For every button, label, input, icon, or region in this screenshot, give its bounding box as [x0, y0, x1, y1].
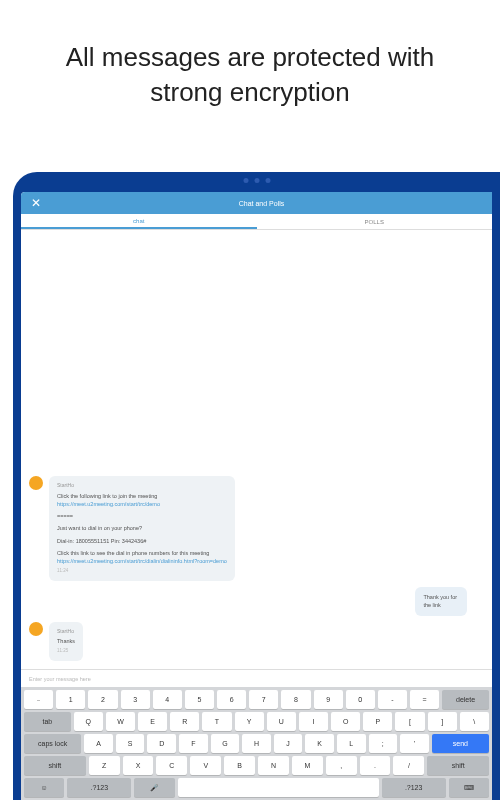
key[interactable]: D	[147, 734, 176, 753]
key[interactable]: H	[242, 734, 271, 753]
keyboard: ~ 1 2 3 4 5 6 7 8 9 0 - = delete tab Q W…	[21, 687, 492, 800]
sender-name: StartHo	[57, 628, 75, 636]
key[interactable]: ]	[428, 712, 457, 731]
msg-text: Dial-in: 18005551151 Pin: 3442436#	[57, 537, 227, 545]
key-shift[interactable]: shift	[24, 756, 86, 775]
close-icon[interactable]: ✕	[31, 196, 41, 210]
msg-text: Click the following link to join the mee…	[57, 492, 227, 500]
key[interactable]: L	[337, 734, 366, 753]
tab-bar: chat POLLS	[21, 214, 492, 230]
key[interactable]: W	[106, 712, 135, 731]
message-incoming: StartHo Click the following link to join…	[29, 476, 484, 581]
key[interactable]: E	[138, 712, 167, 731]
key[interactable]: Y	[235, 712, 264, 731]
msg-text: Click this link to see the dial in phone…	[57, 549, 227, 557]
key[interactable]: '	[400, 734, 429, 753]
header-title: Chat and Polls	[41, 200, 482, 207]
key[interactable]: C	[156, 756, 187, 775]
key[interactable]: [	[395, 712, 424, 731]
key[interactable]: F	[179, 734, 208, 753]
key-emoji[interactable]: ☺	[24, 778, 64, 797]
key[interactable]: P	[363, 712, 392, 731]
key[interactable]: O	[331, 712, 360, 731]
key-caps[interactable]: caps lock	[24, 734, 81, 753]
key[interactable]: 4	[153, 690, 182, 709]
key[interactable]: ~	[24, 690, 53, 709]
key[interactable]: 8	[281, 690, 310, 709]
message-incoming: StartHo Thanks 11:25	[29, 622, 484, 662]
avatar	[29, 622, 43, 636]
key[interactable]: 0	[346, 690, 375, 709]
key[interactable]: 5	[185, 690, 214, 709]
promo-headline: All messages are protected with strong e…	[0, 0, 500, 140]
timestamp: 11:25	[57, 648, 75, 655]
key[interactable]: ,	[326, 756, 357, 775]
key[interactable]: A	[84, 734, 113, 753]
key[interactable]: -	[378, 690, 407, 709]
key[interactable]: K	[305, 734, 334, 753]
key[interactable]: B	[224, 756, 255, 775]
key-send[interactable]: send	[432, 734, 489, 753]
avatar	[29, 476, 43, 490]
timestamp: 11:24	[57, 568, 227, 575]
key-space[interactable]	[178, 778, 379, 797]
key[interactable]: X	[123, 756, 154, 775]
key[interactable]: S	[116, 734, 145, 753]
key[interactable]: Z	[89, 756, 120, 775]
msg-text: =====	[57, 512, 227, 520]
message-input[interactable]: Enter your message here	[21, 669, 492, 687]
key[interactable]: 3	[121, 690, 150, 709]
screen: ✕ Chat and Polls chat POLLS StartHo Clic…	[21, 192, 492, 800]
key[interactable]: =	[410, 690, 439, 709]
key[interactable]: .	[360, 756, 391, 775]
message-bubble: Thank you for the link	[415, 587, 466, 616]
key[interactable]: T	[202, 712, 231, 731]
key[interactable]: I	[299, 712, 328, 731]
message-bubble: StartHo Click the following link to join…	[49, 476, 235, 581]
msg-text: Thanks	[57, 637, 75, 645]
tablet-frame: ✕ Chat and Polls chat POLLS StartHo Clic…	[13, 172, 500, 800]
key-hide[interactable]: ⌨	[449, 778, 489, 797]
key[interactable]: N	[258, 756, 289, 775]
message-outgoing: Thank you for the link	[415, 587, 484, 616]
sender-name: StartHo	[57, 482, 227, 490]
key[interactable]: Q	[74, 712, 103, 731]
key-num[interactable]: .?123	[67, 778, 131, 797]
key[interactable]: V	[190, 756, 221, 775]
key-num[interactable]: .?123	[382, 778, 446, 797]
tab-polls[interactable]: POLLS	[257, 214, 493, 229]
app-header: ✕ Chat and Polls	[21, 192, 492, 214]
key[interactable]: 6	[217, 690, 246, 709]
key[interactable]: \	[460, 712, 489, 731]
key-shift[interactable]: shift	[427, 756, 489, 775]
key[interactable]: J	[274, 734, 303, 753]
key-mic[interactable]: 🎤	[134, 778, 174, 797]
key[interactable]: 7	[249, 690, 278, 709]
key[interactable]: M	[292, 756, 323, 775]
key[interactable]: 2	[88, 690, 117, 709]
key-tab[interactable]: tab	[24, 712, 71, 731]
msg-text: Just want to dial in on your phone?	[57, 524, 227, 532]
key[interactable]: ;	[369, 734, 398, 753]
key-delete[interactable]: delete	[442, 690, 489, 709]
camera-dots	[243, 178, 270, 183]
key[interactable]: R	[170, 712, 199, 731]
key[interactable]: 9	[314, 690, 343, 709]
tab-chat[interactable]: chat	[21, 214, 257, 229]
message-bubble: StartHo Thanks 11:25	[49, 622, 83, 662]
msg-link[interactable]: https://meet.u2meeting.com/start/trc/dia…	[57, 557, 227, 565]
key[interactable]: G	[211, 734, 240, 753]
key[interactable]: /	[393, 756, 424, 775]
msg-link[interactable]: https://meet.u2meeting.com/start/trc/dem…	[57, 500, 227, 508]
chat-area: StartHo Click the following link to join…	[21, 230, 492, 669]
key[interactable]: U	[267, 712, 296, 731]
key[interactable]: 1	[56, 690, 85, 709]
